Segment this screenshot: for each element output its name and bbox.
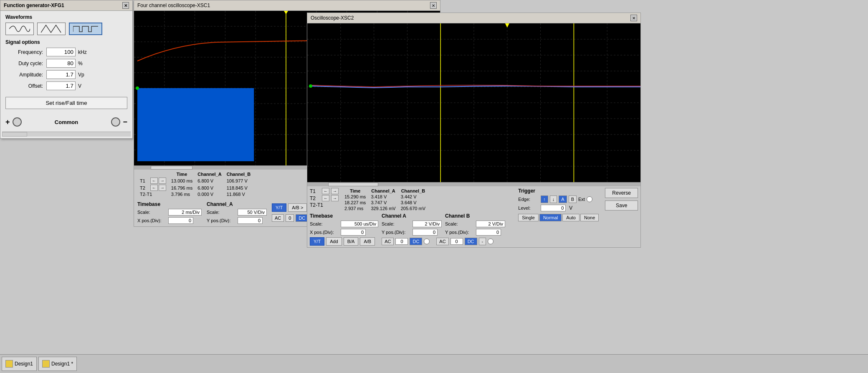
scope2-chb-ypos-input[interactable]: [476, 229, 501, 236]
scope2-chb-gnd-val[interactable]: [450, 238, 463, 245]
scope2-rising-edge-btn[interactable]: ↑: [541, 195, 548, 203]
scope1-chb-header: Channel_B: [224, 171, 253, 177]
scope1-ab-button[interactable]: A/B >: [288, 203, 307, 212]
plus-terminal[interactable]: [13, 117, 22, 127]
scope2-t2-left[interactable]: ←: [322, 195, 329, 201]
scope2-close-button[interactable]: ✕: [630, 15, 637, 21]
scope1-time-header: Time: [169, 171, 195, 177]
scope2-chb-radio[interactable]: [488, 239, 493, 244]
scope1-close-button[interactable]: ✕: [430, 2, 437, 9]
scope2-meas-area: T1 ← → T2 ← → T2-T1: [310, 188, 514, 211]
scope1-cha-ypos-row: Y pos.(Div):: [207, 217, 267, 224]
frequency-input[interactable]: [46, 48, 76, 56]
scope2-left-controls: T1 ← → T2 ← → T2-T1: [310, 188, 514, 246]
scope1-cha-scale-input[interactable]: [238, 209, 267, 216]
sine-wave-button[interactable]: [5, 23, 34, 35]
scope2-title: Oscilloscope-XSC2: [311, 15, 354, 21]
fg-content: Waveforms Signal options Frequency:: [0, 11, 132, 112]
scope2-cha-scale-input[interactable]: [412, 221, 442, 227]
scope2-chb-ac-btn[interactable]: AC: [436, 238, 448, 245]
scope2-chb-scale-label: Scale:: [445, 221, 474, 226]
scope2-cha-radio[interactable]: [424, 239, 430, 244]
scope2-none-btn[interactable]: None: [580, 214, 599, 221]
scope2-xpos-input[interactable]: [341, 229, 366, 236]
square-wave-button[interactable]: [69, 23, 102, 35]
waveforms-label: Waveforms: [5, 14, 127, 20]
scope1-xpos-row: X pos.(Div):: [137, 217, 202, 224]
scope2-ba-button[interactable]: B/A: [344, 237, 359, 246]
fg-scrollbar[interactable]: [2, 132, 131, 137]
minus-terminal[interactable]: [111, 117, 120, 127]
triangle-wave-button[interactable]: [37, 23, 66, 35]
scope1-xpos-input[interactable]: [168, 217, 193, 224]
scope2-level-label: Level:: [518, 206, 539, 211]
scope2-cha-dc-btn[interactable]: DC: [410, 238, 422, 245]
scope2-single-btn[interactable]: Single: [518, 214, 539, 221]
scope2-t1-right[interactable]: →: [331, 188, 339, 194]
scope2-cha-scale-row: Scale:: [382, 221, 442, 227]
scope2-auto-btn[interactable]: Auto: [562, 214, 580, 221]
scope1-scale-input[interactable]: [168, 209, 202, 216]
scope1-cha-ypos-input[interactable]: [238, 217, 263, 224]
scope2-chb-inv-btn[interactable]: -: [479, 238, 486, 245]
scope2-t2t1-row: T2-T1: [310, 202, 339, 208]
scope2-save-button[interactable]: Save: [605, 200, 638, 211]
scope1-ac-button[interactable]: AC: [272, 214, 284, 222]
scope1-t2t1-chb: 11.868 V: [224, 191, 253, 197]
scope2-cha-trig-btn[interactable]: A: [559, 195, 567, 203]
scope1-t2-time: 16.796 ms: [169, 184, 195, 191]
scope2-edge-label: Edge:: [518, 197, 539, 202]
scope1-t2-left[interactable]: ←: [150, 185, 158, 191]
scope2-normal-btn[interactable]: Normal: [539, 214, 562, 221]
scope2-trigger-revSave: Trigger Edge: ↑ ↓ A B Ext Level: V: [518, 188, 638, 211]
offset-input[interactable]: [46, 81, 76, 90]
scope2-timebase-group: Timebase Scale: X pos.(Div):: [310, 213, 378, 236]
amplitude-input[interactable]: [46, 70, 76, 79]
scope2-trigger-group: Trigger Edge: ↑ ↓ A B Ext Level: V: [518, 188, 602, 211]
scope2-edge-row: Edge: ↑ ↓ A B Ext: [518, 195, 602, 203]
dutycycle-input[interactable]: [46, 59, 76, 68]
taskbar-item-design1-modified[interactable]: Design1 *: [38, 357, 77, 371]
amplitude-label: Amplitude:: [5, 72, 43, 78]
scope1-dc-button[interactable]: DC: [296, 214, 308, 222]
scope2-add-button[interactable]: Add: [326, 237, 342, 246]
fg-close-button[interactable]: ✕: [122, 2, 129, 9]
frequency-row: Frequency: kHz: [5, 48, 127, 56]
scope2-cursor-controls: T1 ← → T2 ← → T2-T1: [310, 188, 339, 211]
scope2-ext-trig-radio[interactable]: [587, 196, 592, 202]
rise-fall-button[interactable]: Set rise/Fall time: [5, 97, 127, 109]
scope2-chb-dc-btn[interactable]: DC: [465, 238, 477, 245]
taskbar-design1-modified-label: Design1 *: [51, 361, 73, 367]
scope2-cha-ypos-input[interactable]: [412, 229, 438, 236]
scope2-cha-header: Channel_A: [368, 188, 398, 194]
scope2-scale-input[interactable]: [341, 221, 378, 227]
scope1-t1-right[interactable]: →: [159, 178, 166, 184]
scope2-t2-right[interactable]: →: [331, 195, 339, 201]
scope2-level-input[interactable]: [541, 205, 566, 211]
scope2-timebase-label: Timebase: [310, 213, 378, 219]
scope2-ab-button[interactable]: A/B: [360, 237, 375, 246]
scope1-t2-right[interactable]: →: [159, 185, 166, 191]
scope2-xpos-row: X pos.(Div):: [310, 229, 378, 236]
circuit-icon-2: [42, 360, 50, 368]
scope2-chb-scale-input[interactable]: [476, 221, 505, 227]
scope2-cha-ac-btn[interactable]: AC: [382, 238, 394, 245]
scope2-t1-left[interactable]: ←: [322, 188, 329, 194]
scope2-acquisition-mode: Single Normal Auto None: [518, 214, 638, 221]
scope2-reverse-button[interactable]: Reverse: [605, 188, 638, 198]
scope2-cha-gnd-val[interactable]: [395, 238, 408, 245]
scope1-t1-left[interactable]: ←: [150, 178, 158, 184]
scope2-chb-scale-row: Scale:: [445, 221, 505, 227]
scope1-gnd-button[interactable]: 0: [286, 214, 294, 222]
scope1-yt-button[interactable]: Y/T: [272, 203, 286, 212]
scope2-t2t1-cha: 329.126 mV: [368, 206, 398, 211]
scope2-falling-edge-btn[interactable]: ↓: [550, 195, 557, 203]
scope2-level-row: Level: V: [518, 205, 602, 211]
scope2-chb-trig-btn[interactable]: B: [569, 195, 577, 203]
taskbar-item-design1[interactable]: Design1: [2, 357, 37, 371]
scope2-timebase-row: Timebase Scale: X pos.(Div): Channel A S…: [310, 213, 514, 236]
scope2-scrollbar[interactable]: [307, 182, 640, 186]
amplitude-unit: Vp: [78, 72, 91, 78]
fg-bottom: + Common −: [0, 112, 132, 132]
scope2-yt-button[interactable]: Y/T: [310, 237, 324, 246]
